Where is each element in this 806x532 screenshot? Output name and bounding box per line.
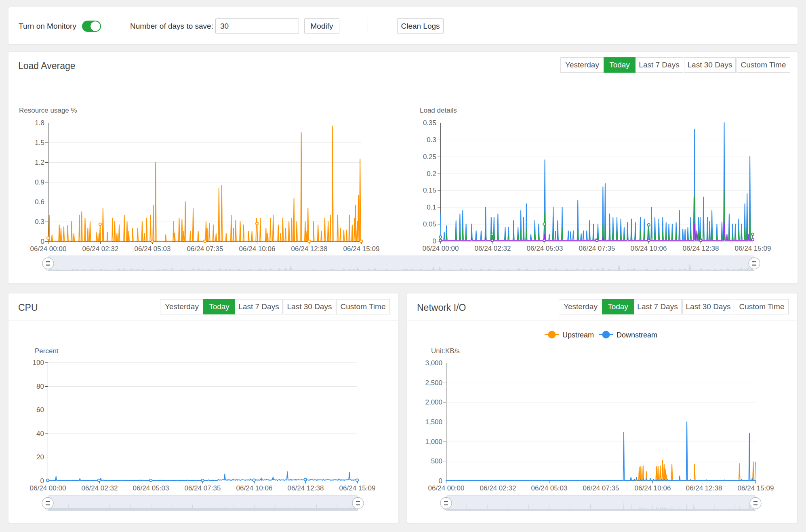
- svg-text:06/24 12:38: 06/24 12:38: [683, 245, 719, 252]
- svg-text:06/24 10:06: 06/24 10:06: [631, 245, 667, 252]
- svg-text:0.15: 0.15: [423, 186, 436, 194]
- svg-text:06/24 15:09: 06/24 15:09: [339, 484, 376, 492]
- svg-text:06/24 10:06: 06/24 10:06: [236, 484, 273, 492]
- svg-text:Load details: Load details: [420, 107, 457, 114]
- svg-text:06/24 10:06: 06/24 10:06: [635, 484, 671, 492]
- svg-text:500: 500: [431, 457, 442, 465]
- svg-text:06/24 00:00: 06/24 00:00: [30, 484, 66, 492]
- svg-text:1.5: 1.5: [35, 139, 44, 147]
- svg-text:0: 0: [439, 477, 442, 485]
- svg-text:06/24 05:03: 06/24 05:03: [531, 484, 568, 492]
- svg-text:0.9: 0.9: [35, 178, 44, 186]
- svg-text:06/24 05:03: 06/24 05:03: [133, 484, 169, 492]
- svg-text:Percent: Percent: [35, 347, 59, 355]
- svg-text:06/24 10:06: 06/24 10:06: [239, 245, 276, 253]
- svg-text:0.35: 0.35: [423, 119, 436, 127]
- svg-text:0.6: 0.6: [35, 198, 44, 206]
- svg-text:Resource usage %: Resource usage %: [19, 107, 77, 114]
- svg-text:0.1: 0.1: [427, 203, 436, 211]
- svg-text:0.3: 0.3: [427, 136, 436, 144]
- svg-text:06/24 15:09: 06/24 15:09: [738, 484, 774, 492]
- svg-text:1,500: 1,500: [425, 418, 442, 426]
- svg-text:60: 60: [36, 406, 44, 414]
- svg-text:3,000: 3,000: [425, 359, 442, 367]
- svg-text:06/24 07:35: 06/24 07:35: [187, 245, 223, 253]
- svg-text:06/24 07:35: 06/24 07:35: [185, 484, 221, 492]
- svg-text:Downstream: Downstream: [617, 331, 657, 339]
- svg-text:06/24 00:00: 06/24 00:00: [423, 245, 459, 252]
- svg-text:Unit:KB/s: Unit:KB/s: [431, 347, 460, 355]
- svg-text:06/24 02:32: 06/24 02:32: [82, 484, 118, 492]
- svg-text:2,500: 2,500: [425, 379, 442, 387]
- svg-text:0.25: 0.25: [423, 153, 436, 161]
- svg-text:2,000: 2,000: [425, 398, 442, 406]
- svg-text:06/24 15:09: 06/24 15:09: [735, 245, 771, 252]
- svg-text:100: 100: [33, 359, 44, 367]
- svg-text:1,000: 1,000: [425, 438, 442, 446]
- svg-text:0: 0: [40, 477, 44, 485]
- svg-text:0: 0: [433, 237, 436, 245]
- svg-text:20: 20: [36, 453, 44, 461]
- svg-text:06/24 02:32: 06/24 02:32: [82, 245, 119, 253]
- svg-text:0.2: 0.2: [427, 170, 436, 178]
- svg-text:06/24 00:00: 06/24 00:00: [428, 484, 465, 492]
- svg-text:80: 80: [36, 383, 44, 390]
- svg-text:0.05: 0.05: [423, 220, 436, 228]
- svg-text:0.3: 0.3: [35, 218, 44, 226]
- svg-text:06/24 05:03: 06/24 05:03: [527, 245, 563, 252]
- svg-text:06/24 05:03: 06/24 05:03: [135, 245, 171, 253]
- svg-text:1.2: 1.2: [35, 159, 44, 166]
- svg-text:06/24 02:32: 06/24 02:32: [475, 245, 511, 252]
- svg-text:06/24 12:38: 06/24 12:38: [288, 484, 324, 492]
- svg-text:0: 0: [41, 238, 44, 245]
- svg-text:06/24 00:00: 06/24 00:00: [30, 245, 67, 253]
- svg-text:06/24 02:32: 06/24 02:32: [480, 484, 516, 492]
- svg-text:Upstream: Upstream: [562, 331, 594, 339]
- svg-text:06/24 12:38: 06/24 12:38: [686, 484, 722, 492]
- svg-text:1.8: 1.8: [35, 119, 44, 127]
- svg-text:06/24 15:09: 06/24 15:09: [343, 245, 380, 253]
- svg-text:40: 40: [36, 430, 44, 438]
- svg-text:06/24 12:38: 06/24 12:38: [291, 245, 328, 253]
- svg-text:06/24 07:35: 06/24 07:35: [583, 484, 619, 492]
- svg-text:06/24 07:35: 06/24 07:35: [579, 245, 615, 252]
